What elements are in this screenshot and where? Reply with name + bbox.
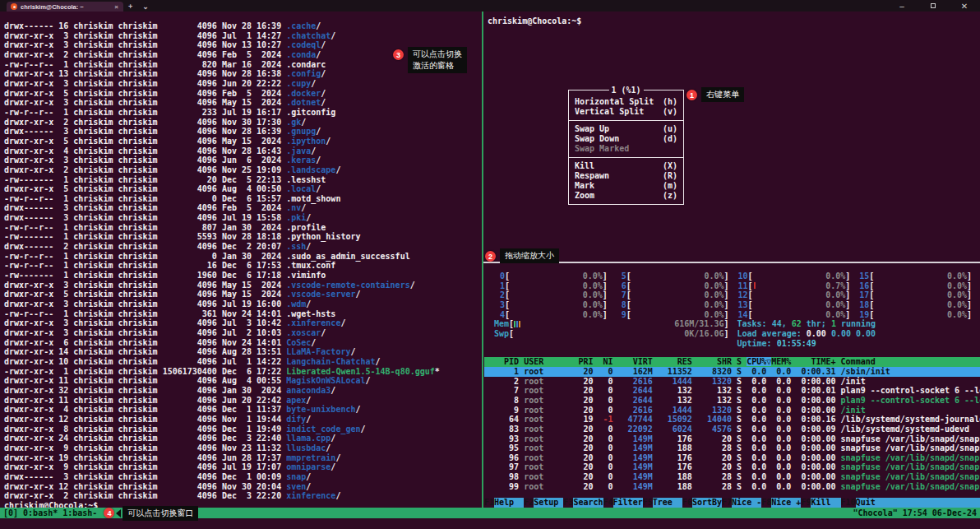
ls-row: -rw------- 1 chriskim chriskim 20 Dec 5 … <box>4 175 482 185</box>
process-row[interactable]: 95 root 20 0 149M 188 28 S 0.0 0.0 0:00.… <box>484 443 980 453</box>
ls-row: drwx------ 2 chriskim chriskim 4096 Dec … <box>4 242 482 252</box>
callout-3-badge: 3 <box>393 49 404 60</box>
terminal-tab[interactable]: chriskim@Chocola: ~ × <box>7 2 123 12</box>
process-row[interactable]: 97 root 20 0 149M 176 20 S 0.0 0.0 0:00.… <box>484 462 980 472</box>
fnkey-setup[interactable]: F2Setup <box>524 498 563 508</box>
menu-item-kill[interactable]: Kill(X) <box>569 161 683 171</box>
fnkey-nice+[interactable]: F8Nice + <box>761 498 801 508</box>
ls-row: drwxr-xr-x 6 chriskim chriskim 4096 Nov … <box>4 338 482 348</box>
mem-bar-orange <box>519 321 520 327</box>
tasks-summary: Tasks: 44, 62 thr; 1 running <box>737 319 973 329</box>
ls-row: drwxr-xr-x 12 chriskim chriskim 4096 Nov… <box>4 482 482 492</box>
ls-row: drwx------ 3 chriskim chriskim 4096 Dec … <box>4 472 482 482</box>
ls-row: drwxr-xr-x 3 chriskim chriskim 4096 Jun … <box>4 155 482 165</box>
ls-row: drwx------ 16 chriskim chriskim 4096 Nov… <box>4 21 482 31</box>
swap-label: Swp <box>494 329 509 339</box>
ls-row: drwx------ 3 chriskim chriskim 4096 Feb … <box>4 203 482 213</box>
callout-2: 2 拖动缩放大小 <box>485 248 559 263</box>
ls-row: drwxr-xr-x 2 chriskim chriskim 4096 Dec … <box>4 491 482 501</box>
ls-row: drwxr-xr-x 10 chriskim chriskim 4096 Jul… <box>4 357 482 367</box>
mem-bar-green <box>514 321 515 327</box>
menu-item-zoom[interactable]: Zoom(z) <box>569 191 683 201</box>
cpu-meter-2: 2[0.0%] <box>494 290 608 300</box>
menu-item-mark[interactable]: Mark(m) <box>569 181 683 191</box>
ls-row: drwxr-xr-x 4 chriskim chriskim 4096 Dec … <box>4 405 482 415</box>
process-row[interactable]: 99 root 20 0 149M 188 28 S 0.0 0.0 0:00.… <box>484 482 980 492</box>
tab-dropdown-icon[interactable]: ⌄ <box>137 2 154 12</box>
process-row[interactable]: 98 root 20 0 149M 188 28 S 0.0 0.0 0:00.… <box>484 472 980 482</box>
process-row[interactable]: 83 root 20 0 22092 6024 4576 S 0.0 0.0 0… <box>484 425 980 434</box>
ls-row: -rw-r--r-- 1 chriskim chriskim 361 Nov 2… <box>4 309 482 319</box>
fnkey-sortby[interactable]: F6SortBy <box>682 498 722 508</box>
callout-2-label: 拖动缩放大小 <box>500 248 559 263</box>
tmux-status-bar: [0] 0:bash* 1:bash- 4 可以点击切换窗口 "Chocola"… <box>0 508 980 518</box>
terminal-window: chriskim@Chocola: ~ × + ⌄ – ✕ drwx------… <box>0 0 980 529</box>
ls-row: drwxr-xr-x 11 chriskim chriskim 4096 Aug… <box>4 376 482 386</box>
htop-pane[interactable]: 0[0.0%]5[0.0%]10[0.0%]15[0.0%]1[0.0%]6[0… <box>484 263 980 508</box>
process-row[interactable]: 96 root 20 0 149M 176 20 S 0.0 0.0 0:00.… <box>484 453 980 463</box>
callout-3: 3 可以点击切换 激活的窗格 <box>393 47 467 73</box>
swap-meter: Swp[0K/16.0G] <box>494 329 729 339</box>
mem-label: Mem <box>494 319 509 329</box>
menu-title: 1 (%1) <box>608 86 643 95</box>
ubuntu-icon <box>11 3 17 10</box>
fnkey-help[interactable]: F1Help <box>484 498 524 508</box>
fnkey-kill[interactable]: F9Kill <box>801 498 840 508</box>
new-tab-button[interactable]: + <box>123 2 137 12</box>
cpu-meter-13: 13[0.0%] <box>737 300 851 310</box>
cpu-meter-5: 5[0.0%] <box>616 271 729 281</box>
process-row[interactable]: 7 root 20 0 2644 132 132 S 0.0 0.0 0:00.… <box>484 386 980 396</box>
ls-row: -rw-r--r-- 1 chriskim chriskim 16 Dec 6 … <box>4 261 482 271</box>
process-row[interactable]: 64 root 19 -1 47744 15092 14040 S 0.0 0.… <box>484 415 980 425</box>
ls-row: drwx------ 3 chriskim chriskim 4096 Nov … <box>4 127 482 137</box>
right-top-pane[interactable]: chriskim@Chocola:~$ <box>484 12 980 262</box>
cpu-meter-18: 18[0.0%] <box>858 300 972 310</box>
process-table: PID USER PRI NI VIRT RES SHR S CPU%▽MEM%… <box>484 357 980 491</box>
ls-row: drwxr-xr-x 3 chriskim chriskim 4096 Jun … <box>4 79 482 89</box>
process-row[interactable]: 2 root 20 0 2616 1444 1320 S 0.0 0.0 0:0… <box>484 377 980 387</box>
left-pane[interactable]: drwx------ 16 chriskim chriskim 4096 Nov… <box>0 12 482 508</box>
process-table-header[interactable]: PID USER PRI NI VIRT RES SHR S CPU%▽MEM%… <box>484 357 980 367</box>
menu-item-horizontal-split[interactable]: Horizontal Split(h) <box>569 97 683 107</box>
menu-item-respawn[interactable]: Respawn(R) <box>569 171 683 181</box>
menu-item-swap-marked: Swap Marked <box>569 144 683 154</box>
tab-close-icon[interactable]: × <box>113 3 119 11</box>
window-controls: – ✕ <box>886 0 980 12</box>
process-row[interactable]: 8 root 20 0 2644 132 132 S 0.0 0.0 0:00.… <box>484 396 980 406</box>
callout-4-pointer <box>116 509 121 517</box>
cpu-meter-14: 14[0.0%] <box>737 310 851 320</box>
process-row[interactable]: 9 root 20 0 2616 1444 1320 S 0.0 0.0 0:0… <box>484 406 980 415</box>
cpu-meter-15: 15[0.0%] <box>858 271 972 281</box>
maximize-button[interactable] <box>918 0 949 12</box>
ls-row: drwxr-xr-x 5 chriskim chriskim 4096 May … <box>4 137 482 146</box>
cpu-meter-6: 6[0.0%] <box>616 281 729 291</box>
menu-item-swap-up[interactable]: Swap Up(u) <box>569 124 683 134</box>
close-button[interactable]: ✕ <box>949 0 980 12</box>
process-row[interactable]: 1 root 20 0 162M 11352 8320 S 0.0 0.0 0:… <box>484 367 980 377</box>
ls-row: -rw------- 1 chriskim chriskim 1960 Dec … <box>4 271 482 281</box>
minimize-button[interactable]: – <box>886 0 918 12</box>
menu-item-swap-down[interactable]: Swap Down(d) <box>569 134 683 144</box>
uptime: Uptime: 01:55:49 <box>737 339 973 349</box>
menu-item-vertical-split[interactable]: Vertical Split(v) <box>569 107 683 117</box>
tmux-window-list[interactable]: [0] 0:bash* 1:bash- <box>3 508 97 517</box>
process-row[interactable]: 93 root 20 0 149M 176 20 S 0.0 0.0 0:00.… <box>484 434 980 444</box>
load-average: Load average: 0.00 0.00 0.00 <box>737 329 973 339</box>
cpu-meter-4: 4[0.0%] <box>494 310 608 320</box>
fnkey-quit[interactable]: F10Quit <box>841 498 885 508</box>
fnbar-filler <box>885 498 980 508</box>
callout-1: 1 右键菜单 <box>686 87 744 102</box>
ls-output: drwx------ 16 chriskim chriskim 4096 Nov… <box>4 21 482 501</box>
tmux-session-clock: "Chocola" 17:54 06-Dec-24 <box>853 508 977 517</box>
ls-row: -rw------- 1 chriskim chriskim 5593 Nov … <box>4 232 482 242</box>
fnkey-search[interactable]: F3Search <box>563 498 603 508</box>
mem-value: 616M/31.3G <box>674 319 723 329</box>
cpu-meter-19: 19[0.0%] <box>858 310 972 320</box>
tmux-context-menu: 1 (%1) Horizontal Split(h)Vertical Split… <box>568 90 684 205</box>
cpu-meter-8: 8[0.0%] <box>616 300 729 310</box>
pane-divider-vertical[interactable] <box>482 12 483 508</box>
fnkey-nice-[interactable]: F7Nice - <box>722 498 761 508</box>
ls-row: -rw-r--r-- 1 chriskim chriskim 0 Dec 6 1… <box>4 194 482 204</box>
fnkey-tree[interactable]: F5Tree <box>643 498 682 508</box>
fnkey-filter[interactable]: F4Filter <box>603 498 643 508</box>
